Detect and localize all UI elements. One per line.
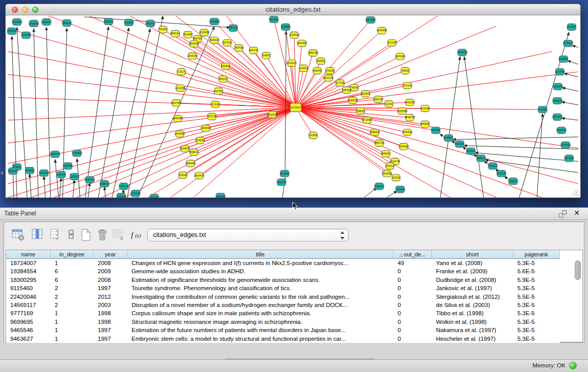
graph-node[interactable]: 6497568 (342, 87, 352, 94)
rows-compact-icon[interactable] (64, 228, 79, 243)
graph-node[interactable]: 9827508 (223, 39, 232, 46)
graph-node[interactable]: 1170065 (211, 101, 220, 108)
graph-node[interactable]: 16210722 (323, 75, 334, 81)
graph-node[interactable]: 12923446 (130, 190, 141, 197)
graph-node[interactable]: 20364486 (347, 97, 358, 104)
graph-node[interactable]: 9631272 (277, 179, 286, 186)
graph-node[interactable]: 18495758 (405, 114, 416, 121)
table-row[interactable]: 946362711997Embryonic stem cells: a mode… (6, 335, 560, 343)
graph-node[interactable]: 8813054 (269, 16, 278, 23)
memory-status-indicator-icon[interactable] (569, 362, 577, 369)
graph-node[interactable]: 18300295 (267, 111, 278, 118)
graph-node[interactable]: 9397588 (63, 163, 73, 169)
graph-node[interactable]: 3915135 (8, 168, 17, 174)
column-header-title[interactable]: title (127, 250, 394, 259)
graph-node[interactable]: 17359924 (72, 150, 82, 157)
graph-node[interactable]: 16914480 (215, 193, 226, 198)
table-row[interactable]: 977716911998Corpus callosum shape and si… (6, 309, 560, 317)
table-row[interactable]: 1456911722003Disruption of a novel membe… (6, 301, 560, 309)
graph-node[interactable]: 12444154 (552, 98, 563, 104)
graph-node[interactable]: 1156889 (25, 167, 34, 174)
graph-node[interactable]: 7485063 (401, 68, 410, 74)
row-checks-icon[interactable]: ✓✓✓ (49, 228, 63, 243)
graph-node[interactable]: 1513484 (280, 170, 289, 177)
graph-node[interactable]: 7625402 (178, 172, 187, 179)
graph-node[interactable]: 746266 (350, 84, 358, 91)
graph-node[interactable]: 19756928 (399, 143, 409, 150)
graph-node[interactable]: 9777169 (336, 80, 345, 86)
graph-node[interactable]: 1065123 (509, 178, 518, 185)
graph-node[interactable]: 8215953 (538, 106, 547, 113)
graph-node[interactable]: 15136141 (374, 183, 385, 190)
graph-node[interactable]: 9474444 (466, 148, 475, 155)
graph-node[interactable]: 1350513 (70, 173, 79, 180)
graph-node[interactable]: 8860128 (170, 30, 180, 37)
graph-node[interactable]: 9884067 (381, 150, 390, 157)
graph-node[interactable]: 16961758 (308, 50, 319, 56)
graph-node[interactable]: 2803144 (219, 76, 228, 82)
graph-node[interactable]: 9463627 (104, 18, 113, 25)
splitter-collapse-arrow-icon[interactable] (0, 169, 4, 177)
graph-node[interactable]: 14353594 (201, 125, 211, 132)
network-canvas[interactable]: 1938455422420046145691179465546946362783… (6, 16, 580, 198)
delete-trash-icon[interactable] (96, 228, 110, 243)
graph-node[interactable]: 15692931 (556, 127, 567, 134)
graph-node[interactable]: 12213967 (387, 39, 398, 46)
close-panel-icon[interactable]: ✕ (574, 209, 580, 217)
graph-node[interactable]: 2967608 (234, 45, 244, 51)
graph-node[interactable]: 10688609 (369, 129, 380, 136)
table-row[interactable]: 946554611997Estimation of the future num… (6, 326, 560, 334)
graph-node[interactable]: 18099489 (185, 160, 196, 167)
graph-node[interactable]: 9227343 (555, 69, 564, 75)
graph-node[interactable]: 19654988 (172, 115, 183, 122)
graph-node[interactable]: 1513892 (309, 132, 318, 139)
graph-node[interactable]: 2718176 (177, 69, 186, 75)
network-window[interactable]: citations_edges.txt 19384554224200461456… (5, 4, 581, 198)
graph-node[interactable]: 7955812 (316, 58, 325, 64)
table-row[interactable]: 1938455462009Genome-wide association stu… (6, 267, 560, 275)
graph-node[interactable]: 15654923 (402, 129, 413, 136)
column-header-pagerank[interactable]: pagerank (513, 250, 560, 259)
column-header-year[interactable]: year (94, 250, 127, 259)
graph-node[interactable]: 15720407 (362, 117, 373, 123)
graph-node[interactable]: 9699695 (421, 121, 430, 127)
network-window-titlebar[interactable]: citations_edges.txt (6, 4, 580, 15)
graph-node[interactable]: 17016514 (560, 142, 571, 148)
graph-node[interactable]: 1145194 (57, 171, 66, 178)
graph-node[interactable]: 252254 (392, 174, 400, 181)
graph-node[interactable]: 1162615 (299, 65, 308, 72)
graph-node[interactable]: 8267130 (207, 113, 216, 120)
graph-node[interactable]: 13942757 (39, 170, 50, 177)
graph-node[interactable]: 18807249 (374, 140, 385, 146)
graph-node[interactable]: 2935114 (476, 155, 486, 162)
graph-node[interactable]: 9146821 (262, 52, 271, 59)
graph-node[interactable]: 8990443 (313, 68, 322, 74)
graph-node[interactable]: 16033809 (209, 18, 220, 25)
graph-node[interactable]: 8427552 (214, 88, 223, 95)
column-header-out_de[interactable]: △out_de... (394, 250, 432, 259)
graph-node[interactable]: 8471676 (497, 170, 506, 177)
function-builder-icon[interactable]: f(x) (130, 228, 145, 243)
column-header-in_degree[interactable]: in_degree (51, 250, 94, 259)
graph-node[interactable]: 10958107 (99, 181, 110, 187)
resize-grip[interactable] (571, 189, 578, 196)
graph-node[interactable]: 8678354 (195, 137, 205, 144)
graph-node[interactable]: 12325419 (289, 32, 300, 38)
float-panel-icon[interactable] (559, 210, 567, 217)
graph-node[interactable]: 16640910 (297, 40, 308, 47)
graph-node[interactable]: 19166822 (175, 130, 185, 137)
graph-node[interactable]: 1640954 (431, 127, 441, 134)
graph-node[interactable]: 16914479 (194, 172, 205, 179)
graph-node[interactable]: 1167533 (564, 155, 574, 162)
graph-node[interactable]: 7625403 (117, 193, 126, 198)
graph-node[interactable]: 10973493 (395, 53, 406, 60)
graph-node[interactable]: 7932621 (488, 163, 497, 169)
graph-node[interactable]: 9242845 (221, 63, 230, 70)
graph-node[interactable]: 9115460 (421, 105, 430, 112)
graph-node[interactable]: 9498222 (189, 149, 199, 156)
graph-node[interactable]: 19384554 (12, 18, 23, 25)
graph-node[interactable]: 10807487 (373, 96, 384, 103)
graph-node[interactable]: 16154808 (377, 27, 387, 34)
graph-node[interactable]: 7857223 (229, 25, 238, 31)
graph-node[interactable]: 20206576 (50, 151, 60, 158)
